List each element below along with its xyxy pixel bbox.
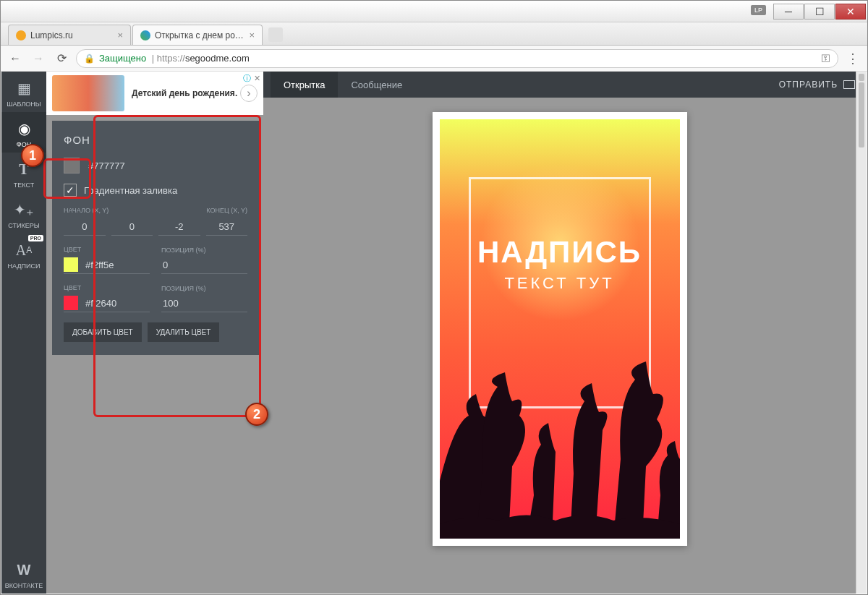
sticker-icon: ✦₊: [14, 200, 33, 219]
adchoices-icon: ⓘ: [243, 73, 251, 84]
lp-badge: LP: [751, 5, 766, 15]
base-color-value[interactable]: #777777: [88, 160, 125, 171]
send-button[interactable]: ОТПРАВИТЬ: [779, 80, 855, 90]
sidebar-item-templates[interactable]: ▦ ШАБЛОНЫ: [1, 72, 46, 112]
stop2-position[interactable]: 100: [161, 296, 247, 312]
color-label: ЦВЕТ: [64, 284, 150, 291]
start-y-input[interactable]: 0: [111, 218, 153, 236]
sidebar-item-captions[interactable]: PRO AA НАДПИСИ: [1, 234, 46, 274]
templates-icon: ▦: [14, 79, 33, 98]
position-label: ПОЗИЦИЯ (%): [161, 247, 247, 254]
sidebar-item-stickers[interactable]: ✦₊ СТИКЕРЫ: [1, 193, 46, 234]
gradient-checkbox[interactable]: ✓: [64, 184, 77, 197]
url-prefix: https://: [157, 53, 185, 64]
lock-icon: 🔒: [84, 53, 95, 64]
tab-title: Lumpics.ru: [30, 30, 113, 40]
key-icon[interactable]: ⚿: [821, 53, 830, 64]
favicon-icon: [16, 30, 26, 40]
stop2-swatch[interactable]: [64, 296, 78, 310]
start-x-input[interactable]: 0: [64, 218, 106, 236]
marker-1: 1: [21, 144, 44, 167]
ad-banner[interactable]: Детский день рождения. › ⓘ✕: [46, 72, 263, 115]
captions-icon: AA: [14, 241, 33, 260]
sidebar-label: НАДПИСИ: [8, 262, 41, 270]
ad-image: [52, 75, 124, 111]
close-icon[interactable]: ✕: [254, 74, 260, 83]
vk-icon: W: [14, 560, 33, 579]
stop1-swatch[interactable]: [64, 257, 78, 272]
browser-tab[interactable]: Lumpics.ru ×: [8, 25, 131, 45]
ad-close[interactable]: ⓘ✕: [243, 73, 260, 84]
vertical-scrollbar[interactable]: [856, 72, 867, 594]
maximize-button[interactable]: ☐: [804, 4, 835, 20]
send-label: ОТПРАВИТЬ: [779, 80, 838, 90]
url-field[interactable]: 🔒 Защищено | https:// segoodme.com ⚿: [76, 49, 838, 68]
back-button[interactable]: ←: [7, 50, 24, 67]
browser-tabstrip: Lumpics.ru × Открытка с днем рожде… ×: [1, 22, 867, 46]
palms-silhouette: [440, 351, 680, 539]
sidebar-label: СТИКЕРЫ: [8, 222, 39, 229]
postcard[interactable]: НАДПИСЬ ТЕКСТ ТУТ: [433, 112, 687, 546]
sidebar-label: ВКОНТАКТЕ: [5, 582, 43, 589]
background-panel: ФОН #777777 ✓ Градиентная заливка НАЧАЛО…: [52, 121, 259, 355]
secure-label: Защищено: [99, 53, 146, 64]
postcard-line1: НАДПИСЬ: [440, 235, 680, 270]
forward-button[interactable]: →: [30, 50, 47, 67]
tab-card[interactable]: Открытка: [271, 72, 338, 98]
panel-title: ФОН: [64, 134, 247, 146]
new-tab-button[interactable]: [268, 27, 283, 42]
end-y-input[interactable]: 537: [206, 218, 248, 236]
postcard-line2: ТЕКСТ ТУТ: [440, 274, 680, 293]
sidebar-item-vk[interactable]: W ВКОНТАКТЕ: [1, 553, 46, 594]
add-color-button[interactable]: ДОБАВИТЬ ЦВЕТ: [64, 322, 142, 342]
canvas-area: НАДПИСЬ ТЕКСТ ТУТ: [263, 98, 856, 594]
end-label: КОНЕЦ (X, Y): [206, 207, 247, 214]
reload-button[interactable]: ⟳: [53, 50, 70, 67]
position-label: ПОЗИЦИЯ (%): [161, 285, 247, 292]
color-label: ЦВЕТ: [64, 246, 150, 253]
sidebar-label: ШАБЛОНЫ: [7, 100, 41, 108]
mail-icon: [843, 80, 855, 89]
start-label: НАЧАЛО (X, Y): [64, 207, 170, 214]
ad-next-icon[interactable]: ›: [240, 85, 258, 102]
camera-icon: ◉: [14, 119, 33, 138]
gradient-label: Градиентная заливка: [84, 185, 177, 196]
marker-2: 2: [245, 403, 268, 426]
close-tab-icon[interactable]: ×: [249, 30, 255, 40]
favicon-icon: [140, 30, 150, 40]
close-tab-icon[interactable]: ×: [117, 30, 123, 40]
stop1-position[interactable]: 0: [161, 258, 247, 274]
window-titlebar: LP ─ ☐ ✕: [1, 1, 867, 22]
browser-menu-button[interactable]: ⋮: [844, 51, 861, 67]
tab-message[interactable]: Сообщение: [338, 72, 415, 98]
delete-color-button[interactable]: УДАЛИТЬ ЦВЕТ: [148, 322, 220, 342]
close-button[interactable]: ✕: [835, 4, 866, 20]
tab-title: Открытка с днем рожде…: [155, 30, 244, 40]
stop1-color[interactable]: #f2ff5e: [85, 260, 114, 270]
sidebar-label: ТЕКСТ: [14, 181, 34, 189]
postcard-text[interactable]: НАДПИСЬ ТЕКСТ ТУТ: [440, 235, 680, 293]
stop2-color[interactable]: #ff2640: [85, 298, 116, 309]
pro-badge: PRO: [28, 235, 43, 241]
ad-text: Детский день рождения.: [132, 88, 240, 98]
postcard-inner: НАДПИСЬ ТЕКСТ ТУТ: [440, 119, 680, 539]
url-host: segoodme.com: [185, 53, 250, 64]
browser-tab-active[interactable]: Открытка с днем рожде… ×: [132, 25, 263, 45]
address-bar: ← → ⟳ 🔒 Защищено | https:// segoodme.com…: [1, 46, 867, 72]
end-x-input[interactable]: -2: [158, 218, 200, 236]
base-color-swatch[interactable]: [64, 158, 80, 174]
minimize-button[interactable]: ─: [773, 4, 804, 20]
